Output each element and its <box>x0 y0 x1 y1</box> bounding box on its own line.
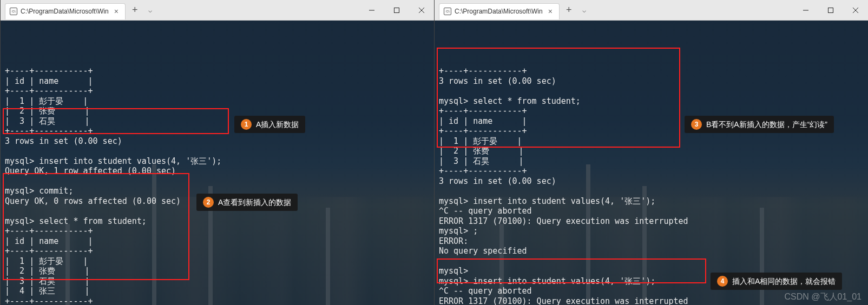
window-b: C:\ C:\ProgramData\Microsoft\Win × + ⌵ +… <box>434 0 868 305</box>
callout-number: 4 <box>717 276 728 287</box>
callout-number: 3 <box>691 119 702 130</box>
svg-rect-1 <box>394 8 399 12</box>
terminal-icon: C:\ <box>10 8 17 15</box>
close-tab-button[interactable]: × <box>546 7 555 16</box>
tab-active[interactable]: C:\ C:\ProgramData\Microsoft\Win × <box>5 3 126 19</box>
callout-text: B看不到A新插入的数据，产生“幻读” <box>706 120 827 130</box>
callout-number: 2 <box>203 197 214 208</box>
window-controls <box>359 0 434 20</box>
callout-number: 1 <box>241 119 252 130</box>
callout-text: A插入新数据 <box>256 120 299 130</box>
tab-title: C:\ProgramData\Microsoft\Win <box>21 8 109 15</box>
close-tab-button[interactable]: × <box>112 7 121 16</box>
callout-3: 3 B看不到A新插入的数据，产生“幻读” <box>685 116 834 133</box>
callout-text: 插入和A相同的数据，就会报错 <box>732 276 836 287</box>
terminal-a[interactable]: +----+-----------+ | id | name | +----+-… <box>1 21 434 305</box>
tab-title: C:\ProgramData\Microsoft\Win <box>455 8 543 15</box>
tab-dropdown-button[interactable]: ⌵ <box>144 6 156 14</box>
close-window-button[interactable] <box>843 0 868 20</box>
window-controls <box>793 0 868 20</box>
svg-rect-5 <box>828 8 833 12</box>
new-tab-button[interactable]: + <box>560 4 578 16</box>
new-tab-button[interactable]: + <box>126 4 144 16</box>
close-window-button[interactable] <box>409 0 434 20</box>
minimize-button[interactable] <box>793 0 818 20</box>
callout-1: 1 A插入新数据 <box>234 116 305 133</box>
terminal-b[interactable]: +----+-----------+ 3 rows in set (0.00 s… <box>435 21 868 305</box>
watermark: CSDN @飞人01_01 <box>784 292 862 302</box>
tab-active[interactable]: C:\ C:\ProgramData\Microsoft\Win × <box>439 3 560 19</box>
maximize-button[interactable] <box>384 0 409 20</box>
titlebar: C:\ C:\ProgramData\Microsoft\Win × + ⌵ <box>1 0 434 21</box>
titlebar: C:\ C:\ProgramData\Microsoft\Win × + ⌵ <box>435 0 868 21</box>
terminal-icon: C:\ <box>444 8 451 15</box>
terminal-output: +----+-----------+ 3 rows in set (0.00 s… <box>439 66 864 305</box>
callout-text: A查看到新插入的数据 <box>218 197 291 208</box>
callout-4: 4 插入和A相同的数据，就会报错 <box>711 273 842 290</box>
tab-dropdown-button[interactable]: ⌵ <box>578 6 590 14</box>
terminal-output: +----+-----------+ | id | name | +----+-… <box>5 66 430 305</box>
callout-2: 2 A查看到新插入的数据 <box>196 194 298 211</box>
window-a: C:\ C:\ProgramData\Microsoft\Win × + ⌵ +… <box>0 0 434 305</box>
maximize-button[interactable] <box>818 0 843 20</box>
minimize-button[interactable] <box>359 0 384 20</box>
